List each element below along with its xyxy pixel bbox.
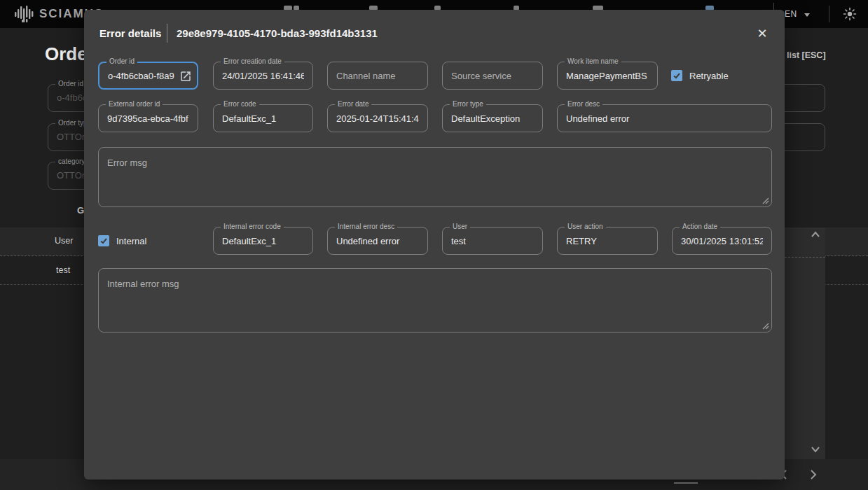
error-desc-input[interactable] [558,105,771,132]
error-details-dialog: Error details 29e8e979-4105-4170-bda3-99… [84,10,785,479]
check-icon [673,71,681,80]
internal-error-code-field[interactable]: Internal error code [213,227,313,255]
scroll-to-top-icon[interactable] [810,230,821,239]
error-type-input[interactable] [443,105,542,132]
field-label: Work item name [565,57,621,65]
back-to-list-hint[interactable]: list [ESC] [787,50,826,60]
error-msg-field[interactable] [98,147,772,207]
source-service-field[interactable] [442,62,543,90]
internal-error-code-input[interactable] [214,227,312,254]
next-page-icon[interactable] [806,468,820,482]
error-date-field[interactable]: Error date [327,104,428,132]
user-input[interactable] [443,227,542,254]
cell-user: test [56,265,70,275]
language-selector[interactable]: EN [785,9,797,19]
channel-name-input[interactable] [328,62,427,89]
field-label: category [55,158,88,165]
internal-checkbox-group: Internal [98,235,146,246]
error-record-id: 29e8e979-4105-4170-bda3-993fd14b3131 [177,27,378,39]
scroll-to-bottom-icon[interactable] [810,445,821,454]
field-label: Order id [106,57,137,65]
error-code-field[interactable]: Error code [213,104,313,132]
checkbox-label: Retryable [689,71,729,81]
check-icon [99,237,108,245]
field-label: Order id [55,80,86,88]
error-type-field[interactable]: Error type [442,104,543,132]
error-creation-date-input[interactable] [214,62,312,89]
resize-handle-icon[interactable] [761,321,769,330]
rows-per-page-underline [674,482,698,484]
user-field[interactable]: User [442,227,543,255]
order-id-field[interactable]: Order id [98,62,198,90]
page-title: Orde [45,43,88,65]
truncated-text: G [77,205,84,216]
field-label: Action date [680,223,720,230]
channel-name-field[interactable] [327,62,428,90]
action-date-field[interactable]: Action date [672,227,772,255]
error-creation-date-field[interactable]: Error creation date [213,62,313,90]
error-desc-field[interactable]: Error desc [557,104,772,132]
field-label: Error code [221,100,259,108]
checkbox-label: Internal [116,236,146,246]
divider [829,6,829,22]
internal-error-msg-field[interactable] [98,268,772,332]
field-label: Internal error desc [335,223,397,230]
field-label: Error type [450,100,486,108]
field-label: External order id [106,100,163,108]
retryable-checkbox[interactable] [671,70,682,81]
sun-icon[interactable] [843,7,857,21]
field-label: Internal error code [221,223,284,230]
internal-checkbox[interactable] [98,235,109,246]
field-label: Error date [335,100,371,108]
internal-error-desc-input[interactable] [328,227,427,254]
internal-error-desc-field[interactable]: Internal error desc [327,227,428,255]
close-icon[interactable]: ✕ [754,25,771,42]
field-label: User action [565,223,606,230]
caret-down-icon[interactable] [804,13,810,17]
error-msg-textarea[interactable] [99,148,771,206]
action-date-input[interactable] [673,227,771,254]
error-date-input[interactable] [328,105,427,132]
retryable-checkbox-group: Retryable [671,70,729,81]
field-label: User [450,223,470,230]
external-order-id-field[interactable]: External order id [98,104,198,132]
work-item-name-field[interactable]: Work item name [557,62,658,90]
resize-handle-icon[interactable] [761,196,769,204]
field-label: Error creation date [221,57,284,65]
internal-error-msg-textarea[interactable] [99,269,771,332]
work-item-name-input[interactable] [558,62,657,89]
user-action-field[interactable]: User action [557,227,658,255]
field-label: Error desc [565,100,602,108]
external-order-id-input[interactable] [99,105,198,132]
source-service-input[interactable] [443,62,542,89]
brain-logo-icon [14,5,35,23]
column-header-user[interactable]: User [55,236,73,246]
user-action-input[interactable] [558,227,657,254]
dialog-title: Error details [99,27,161,39]
open-in-new-icon[interactable] [179,70,192,83]
error-code-input[interactable] [214,105,312,132]
divider [167,24,167,43]
